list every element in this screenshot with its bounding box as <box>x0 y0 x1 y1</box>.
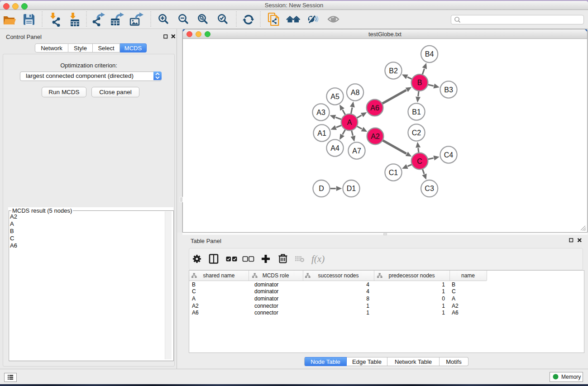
svg-text:A6: A6 <box>370 104 379 112</box>
svg-text:D: D <box>319 185 324 192</box>
svg-text:C2: C2 <box>412 129 421 137</box>
svg-text:A2: A2 <box>371 133 380 140</box>
svg-text:C1: C1 <box>389 169 398 176</box>
svg-text:C: C <box>417 157 422 165</box>
svg-text:A3: A3 <box>316 109 325 116</box>
svg-text:C4: C4 <box>444 151 454 159</box>
svg-text:A1: A1 <box>317 129 326 137</box>
svg-text:B1: B1 <box>412 108 421 116</box>
svg-text:B: B <box>417 79 422 86</box>
svg-text:D1: D1 <box>347 185 356 192</box>
svg-text:f(x): f(x) <box>311 253 325 264</box>
svg-text:B4: B4 <box>425 50 434 58</box>
svg-text:A4: A4 <box>330 144 339 152</box>
svg-text:A7: A7 <box>352 147 361 155</box>
svg-text:B3: B3 <box>444 86 453 94</box>
svg-text:B2: B2 <box>389 67 398 75</box>
svg-text:C3: C3 <box>425 185 434 192</box>
svg-text:A8: A8 <box>351 89 360 96</box>
svg-text:A5: A5 <box>330 93 339 100</box>
svg-text:A: A <box>347 119 352 126</box>
